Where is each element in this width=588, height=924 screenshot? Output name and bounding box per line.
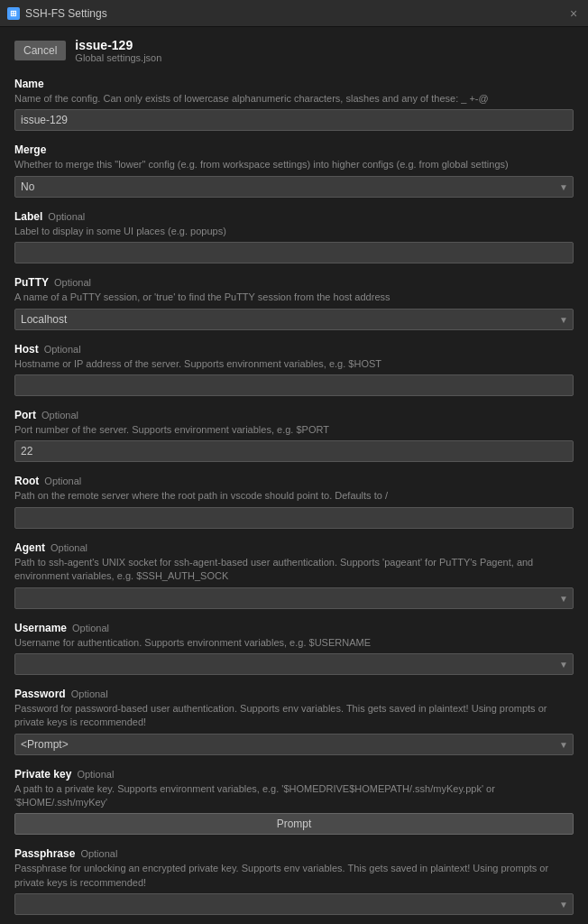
putty-select-wrapper: Localhost ▼	[14, 309, 574, 330]
username-field-section: Username Optional Username for authentic…	[14, 622, 574, 675]
agent-optional: Optional	[51, 542, 87, 553]
name-input[interactable]	[14, 109, 574, 131]
passphrase-label: Passphrase	[14, 847, 75, 860]
port-label: Port	[14, 409, 36, 421]
host-optional: Optional	[44, 344, 81, 355]
port-field-section: Port Optional Port number of the server.…	[14, 409, 574, 462]
username-description: Username for authentication. Supports en…	[14, 636, 574, 650]
close-button[interactable]: ×	[566, 6, 581, 21]
name-field-section: Name Name of the config. Can only exists…	[14, 78, 574, 131]
password-select-wrapper: <Prompt> ▼	[14, 734, 574, 755]
host-description: Hostname or IP address of the server. Su…	[14, 357, 574, 371]
privatekey-optional: Optional	[77, 769, 114, 780]
password-label: Password	[14, 688, 66, 700]
label-field-section: Label Optional Label to display in some …	[14, 210, 574, 263]
port-optional: Optional	[41, 410, 78, 420]
passphrase-description: Passphrase for unlocking an encrypted pr…	[14, 862, 574, 890]
port-description: Port number of the server. Supports envi…	[14, 423, 574, 437]
passphrase-select-wrapper: ▼	[14, 893, 574, 915]
password-field-section: Password Optional Password for password-…	[14, 688, 574, 755]
name-label: Name	[14, 78, 44, 90]
merge-label: Merge	[14, 143, 46, 156]
settings-content: Cancel issue-129 Global settings.json Na…	[0, 27, 588, 924]
passphrase-field-section: Passphrase Optional Passphrase for unloc…	[14, 847, 574, 915]
putty-optional: Optional	[54, 277, 91, 288]
passphrase-select[interactable]	[14, 893, 574, 915]
username-select[interactable]	[14, 653, 574, 675]
host-field-section: Host Optional Hostname or IP address of …	[14, 343, 574, 396]
title-bar-text: SSH-FS Settings	[25, 7, 566, 20]
host-label: Host	[14, 343, 39, 356]
username-optional: Optional	[72, 623, 109, 633]
name-description: Name of the config. Can only exists of l…	[14, 92, 574, 106]
header-row: Cancel issue-129 Global settings.json	[14, 38, 574, 63]
app-icon: ⊞	[7, 7, 20, 20]
agent-select[interactable]	[14, 587, 574, 609]
label-description: Label to display in some UI places (e.g.…	[14, 225, 574, 238]
password-description: Password for password-based user authent…	[14, 702, 574, 730]
password-optional: Optional	[71, 688, 108, 699]
putty-label: PuTTY	[14, 276, 49, 289]
username-select-wrapper: ▼	[14, 653, 574, 675]
agent-field-section: Agent Optional Path to ssh-agent's UNIX …	[14, 541, 574, 609]
label-label: Label	[14, 210, 42, 223]
agent-description: Path to ssh-agent's UNIX socket for ssh-…	[14, 556, 574, 584]
root-label: Root	[14, 475, 39, 487]
merge-description: Whether to merge this "lower" config (e.…	[14, 158, 574, 171]
label-input[interactable]	[14, 242, 574, 263]
putty-field-section: PuTTY Optional A name of a PuTTY session…	[14, 276, 574, 329]
password-select[interactable]: <Prompt>	[14, 734, 574, 755]
label-optional: Optional	[48, 211, 85, 222]
root-description: Path on the remote server where the root…	[14, 489, 574, 503]
port-input[interactable]	[14, 440, 574, 462]
config-subtitle: Global settings.json	[75, 52, 161, 63]
root-input[interactable]	[14, 507, 574, 529]
putty-select[interactable]: Localhost	[14, 309, 574, 330]
username-label: Username	[14, 622, 67, 634]
privatekey-field-section: Private key Optional A path to a private…	[14, 768, 574, 836]
privatekey-prompt-button[interactable]: Prompt	[14, 813, 574, 835]
config-title: issue-129	[75, 38, 161, 52]
passphrase-optional: Optional	[80, 848, 117, 859]
agent-label: Agent	[14, 541, 45, 554]
root-optional: Optional	[44, 476, 81, 486]
agent-select-wrapper: ▼	[14, 587, 574, 609]
merge-field-section: Merge Whether to merge this "lower" conf…	[14, 143, 574, 197]
title-bar: ⊞ SSH-FS Settings ×	[0, 0, 588, 27]
header-info: issue-129 Global settings.json	[75, 38, 161, 63]
privatekey-description: A path to a private key. Supports enviro…	[14, 782, 574, 810]
putty-description: A name of a PuTTY session, or 'true' to …	[14, 291, 574, 304]
merge-select-wrapper: No Yes ▼	[14, 176, 574, 198]
header-cancel-button[interactable]: Cancel	[14, 41, 66, 60]
host-input[interactable]	[14, 374, 574, 396]
root-field-section: Root Optional Path on the remote server …	[14, 475, 574, 528]
privatekey-label: Private key	[14, 768, 71, 781]
merge-select[interactable]: No Yes	[14, 176, 574, 198]
